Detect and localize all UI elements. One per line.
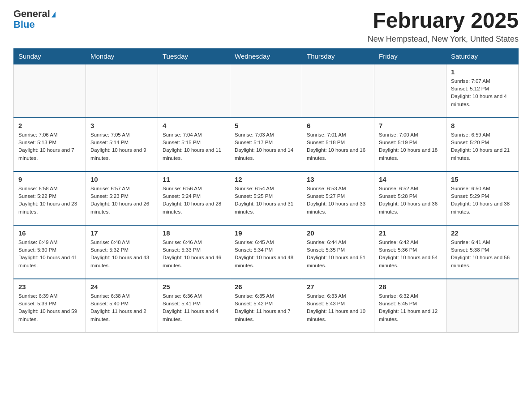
day-info-w0-d6: Sunrise: 7:07 AM Sunset: 5:12 PM Dayligh… bbox=[451, 77, 514, 108]
day-info-w2-d6: Sunrise: 6:50 AM Sunset: 5:29 PM Dayligh… bbox=[451, 185, 514, 216]
logo-triangle-icon bbox=[51, 12, 56, 17]
day-info-w3-d2: Sunrise: 6:46 AM Sunset: 5:33 PM Dayligh… bbox=[163, 239, 225, 270]
calendar-cell-w2-d5: 14Sunrise: 6:52 AM Sunset: 5:28 PM Dayli… bbox=[374, 171, 446, 225]
day-number-w2-d2: 11 bbox=[163, 176, 225, 183]
week-row-1: 2Sunrise: 7:06 AM Sunset: 5:13 PM Daylig… bbox=[14, 118, 519, 171]
day-number-w4-d1: 24 bbox=[90, 283, 153, 291]
logo-blue-text: Blue bbox=[13, 19, 35, 30]
calendar-cell-w3-d0: 16Sunrise: 6:49 AM Sunset: 5:30 PM Dayli… bbox=[14, 225, 86, 279]
logo-general-text: General bbox=[13, 9, 50, 19]
page-title: February 2025 bbox=[368, 9, 519, 33]
calendar-cell-w3-d4: 20Sunrise: 6:44 AM Sunset: 5:35 PM Dayli… bbox=[302, 225, 374, 279]
day-number-w2-d0: 9 bbox=[18, 176, 81, 183]
day-number-w4-d4: 27 bbox=[307, 283, 369, 291]
calendar-cell-w0-d0 bbox=[14, 64, 86, 118]
day-number-w2-d1: 10 bbox=[90, 176, 153, 183]
day-number-w4-d0: 23 bbox=[18, 283, 81, 291]
day-info-w4-d4: Sunrise: 6:33 AM Sunset: 5:43 PM Dayligh… bbox=[307, 292, 369, 323]
calendar-cell-w0-d1 bbox=[86, 64, 158, 118]
day-info-w3-d0: Sunrise: 6:49 AM Sunset: 5:30 PM Dayligh… bbox=[18, 239, 81, 270]
calendar-cell-w4-d2: 25Sunrise: 6:36 AM Sunset: 5:41 PM Dayli… bbox=[158, 279, 230, 333]
logo: General Blue bbox=[13, 9, 56, 30]
day-info-w4-d5: Sunrise: 6:32 AM Sunset: 5:45 PM Dayligh… bbox=[379, 292, 442, 323]
calendar-cell-w2-d0: 9Sunrise: 6:58 AM Sunset: 5:22 PM Daylig… bbox=[14, 171, 86, 225]
day-info-w2-d5: Sunrise: 6:52 AM Sunset: 5:28 PM Dayligh… bbox=[379, 185, 442, 216]
week-row-0: 1Sunrise: 7:07 AM Sunset: 5:12 PM Daylig… bbox=[14, 64, 519, 118]
calendar-cell-w4-d5: 28Sunrise: 6:32 AM Sunset: 5:45 PM Dayli… bbox=[374, 279, 446, 333]
calendar-cell-w3-d2: 18Sunrise: 6:46 AM Sunset: 5:33 PM Dayli… bbox=[158, 225, 230, 279]
header-sunday: Sunday bbox=[14, 48, 86, 64]
header-tuesday: Tuesday bbox=[158, 48, 230, 64]
day-number-w0-d6: 1 bbox=[451, 68, 514, 76]
day-info-w1-d6: Sunrise: 6:59 AM Sunset: 5:20 PM Dayligh… bbox=[451, 131, 514, 162]
header-friday: Friday bbox=[374, 48, 446, 64]
page-header: General Blue February 2025 New Hempstead… bbox=[13, 9, 519, 44]
calendar-cell-w0-d2 bbox=[158, 64, 230, 118]
header-thursday: Thursday bbox=[302, 48, 374, 64]
day-number-w4-d2: 25 bbox=[163, 283, 225, 291]
calendar-cell-w4-d1: 24Sunrise: 6:38 AM Sunset: 5:40 PM Dayli… bbox=[86, 279, 158, 333]
calendar-header-row: Sunday Monday Tuesday Wednesday Thursday… bbox=[14, 48, 519, 64]
header-wednesday: Wednesday bbox=[230, 48, 302, 64]
day-number-w1-d5: 7 bbox=[379, 122, 442, 129]
calendar-cell-w1-d0: 2Sunrise: 7:06 AM Sunset: 5:13 PM Daylig… bbox=[14, 118, 86, 171]
day-info-w1-d4: Sunrise: 7:01 AM Sunset: 5:18 PM Dayligh… bbox=[307, 131, 369, 162]
day-info-w1-d5: Sunrise: 7:00 AM Sunset: 5:19 PM Dayligh… bbox=[379, 131, 442, 162]
day-info-w2-d3: Sunrise: 6:54 AM Sunset: 5:25 PM Dayligh… bbox=[235, 185, 297, 216]
calendar-cell-w3-d6: 22Sunrise: 6:41 AM Sunset: 5:38 PM Dayli… bbox=[446, 225, 519, 279]
day-number-w3-d6: 22 bbox=[451, 229, 514, 237]
day-number-w3-d4: 20 bbox=[307, 229, 369, 237]
week-row-3: 16Sunrise: 6:49 AM Sunset: 5:30 PM Dayli… bbox=[14, 225, 519, 279]
header-monday: Monday bbox=[86, 48, 158, 64]
page-subtitle: New Hempstead, New York, United States bbox=[368, 34, 519, 44]
day-number-w3-d1: 17 bbox=[90, 229, 153, 237]
week-row-2: 9Sunrise: 6:58 AM Sunset: 5:22 PM Daylig… bbox=[14, 171, 519, 225]
calendar-cell-w0-d5 bbox=[374, 64, 446, 118]
calendar-cell-w3-d1: 17Sunrise: 6:48 AM Sunset: 5:32 PM Dayli… bbox=[86, 225, 158, 279]
calendar-cell-w4-d0: 23Sunrise: 6:39 AM Sunset: 5:39 PM Dayli… bbox=[14, 279, 86, 333]
day-number-w3-d3: 19 bbox=[235, 229, 297, 237]
day-info-w1-d1: Sunrise: 7:05 AM Sunset: 5:14 PM Dayligh… bbox=[90, 131, 153, 162]
day-number-w1-d0: 2 bbox=[18, 122, 81, 129]
calendar-cell-w2-d1: 10Sunrise: 6:57 AM Sunset: 5:23 PM Dayli… bbox=[86, 171, 158, 225]
day-info-w3-d5: Sunrise: 6:42 AM Sunset: 5:36 PM Dayligh… bbox=[379, 239, 442, 270]
day-info-w2-d0: Sunrise: 6:58 AM Sunset: 5:22 PM Dayligh… bbox=[18, 185, 81, 216]
week-row-4: 23Sunrise: 6:39 AM Sunset: 5:39 PM Dayli… bbox=[14, 279, 519, 333]
day-number-w1-d3: 5 bbox=[235, 122, 297, 129]
day-info-w2-d4: Sunrise: 6:53 AM Sunset: 5:27 PM Dayligh… bbox=[307, 185, 369, 216]
day-number-w2-d3: 12 bbox=[235, 176, 297, 183]
day-number-w2-d5: 14 bbox=[379, 176, 442, 183]
day-number-w1-d4: 6 bbox=[307, 122, 369, 129]
day-number-w1-d2: 4 bbox=[163, 122, 225, 129]
day-info-w3-d6: Sunrise: 6:41 AM Sunset: 5:38 PM Dayligh… bbox=[451, 239, 514, 270]
calendar-cell-w0-d6: 1Sunrise: 7:07 AM Sunset: 5:12 PM Daylig… bbox=[446, 64, 519, 118]
calendar-cell-w2-d6: 15Sunrise: 6:50 AM Sunset: 5:29 PM Dayli… bbox=[446, 171, 519, 225]
day-number-w3-d2: 18 bbox=[163, 229, 225, 237]
day-info-w4-d0: Sunrise: 6:39 AM Sunset: 5:39 PM Dayligh… bbox=[18, 292, 81, 323]
day-info-w2-d1: Sunrise: 6:57 AM Sunset: 5:23 PM Dayligh… bbox=[90, 185, 153, 216]
calendar-cell-w1-d1: 3Sunrise: 7:05 AM Sunset: 5:14 PM Daylig… bbox=[86, 118, 158, 171]
calendar-cell-w4-d4: 27Sunrise: 6:33 AM Sunset: 5:43 PM Dayli… bbox=[302, 279, 374, 333]
calendar-cell-w1-d4: 6Sunrise: 7:01 AM Sunset: 5:18 PM Daylig… bbox=[302, 118, 374, 171]
calendar-cell-w1-d6: 8Sunrise: 6:59 AM Sunset: 5:20 PM Daylig… bbox=[446, 118, 519, 171]
day-number-w4-d5: 28 bbox=[379, 283, 442, 291]
calendar-cell-w4-d3: 26Sunrise: 6:35 AM Sunset: 5:42 PM Dayli… bbox=[230, 279, 302, 333]
header-saturday: Saturday bbox=[446, 48, 519, 64]
day-number-w3-d5: 21 bbox=[379, 229, 442, 237]
day-info-w1-d3: Sunrise: 7:03 AM Sunset: 5:17 PM Dayligh… bbox=[235, 131, 297, 162]
day-info-w3-d4: Sunrise: 6:44 AM Sunset: 5:35 PM Dayligh… bbox=[307, 239, 369, 270]
day-info-w4-d3: Sunrise: 6:35 AM Sunset: 5:42 PM Dayligh… bbox=[235, 292, 297, 323]
day-info-w2-d2: Sunrise: 6:56 AM Sunset: 5:24 PM Dayligh… bbox=[163, 185, 225, 216]
calendar-cell-w1-d2: 4Sunrise: 7:04 AM Sunset: 5:15 PM Daylig… bbox=[158, 118, 230, 171]
calendar-cell-w4-d6 bbox=[446, 279, 519, 333]
day-number-w2-d6: 15 bbox=[451, 176, 514, 183]
title-section: February 2025 New Hempstead, New York, U… bbox=[368, 9, 519, 44]
day-number-w1-d1: 3 bbox=[90, 122, 153, 129]
day-info-w1-d2: Sunrise: 7:04 AM Sunset: 5:15 PM Dayligh… bbox=[163, 131, 225, 162]
day-info-w3-d3: Sunrise: 6:45 AM Sunset: 5:34 PM Dayligh… bbox=[235, 239, 297, 270]
day-number-w4-d3: 26 bbox=[235, 283, 297, 291]
calendar-table: Sunday Monday Tuesday Wednesday Thursday… bbox=[13, 48, 519, 333]
day-info-w1-d0: Sunrise: 7:06 AM Sunset: 5:13 PM Dayligh… bbox=[18, 131, 81, 162]
day-number-w3-d0: 16 bbox=[18, 229, 81, 237]
calendar-cell-w2-d4: 13Sunrise: 6:53 AM Sunset: 5:27 PM Dayli… bbox=[302, 171, 374, 225]
